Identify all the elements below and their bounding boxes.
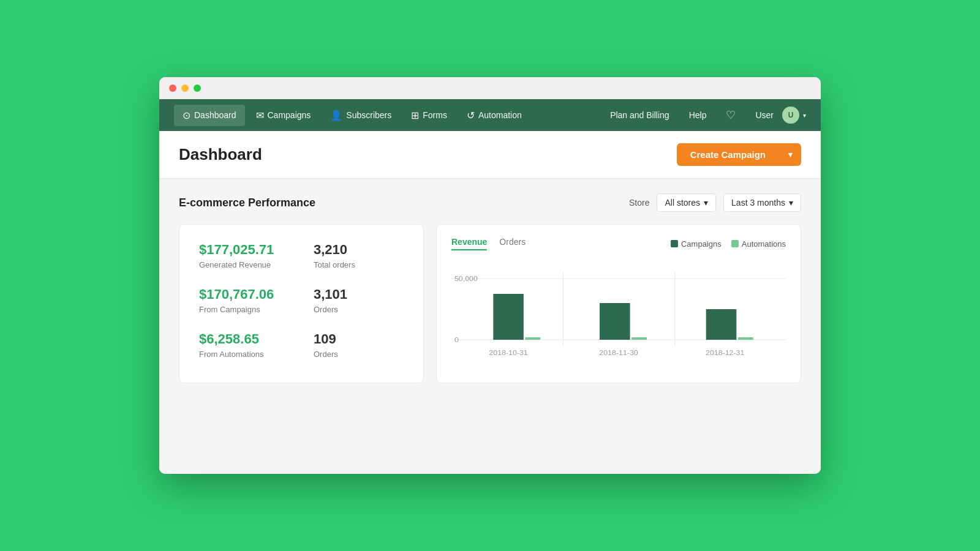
chart-legend: Campaigns Automations: [671, 239, 786, 249]
main-content: Dashboard Create Campaign ▾ E-commerce P…: [159, 131, 821, 474]
campaign-orders-label: Orders: [314, 305, 404, 314]
bar-nov-campaigns: [600, 303, 630, 340]
minimize-dot[interactable]: [181, 84, 189, 92]
stat-generated-revenue: $177,025.71 Generated Revenue: [199, 242, 289, 269]
date-chevron-icon: ▾: [789, 198, 793, 208]
bar-nov-automations: [631, 337, 647, 340]
heart-icon[interactable]: ♡: [721, 106, 741, 124]
nav-item-subscribers[interactable]: 👤 Subscribers: [322, 105, 400, 126]
stats-grid: $177,025.71 Generated Revenue 3,210 Tota…: [199, 242, 404, 359]
help-link[interactable]: Help: [684, 108, 712, 122]
page-header: Dashboard Create Campaign ▾: [159, 131, 821, 179]
generated-revenue-value: $177,025.71: [199, 242, 289, 258]
stat-automation-orders: 109 Orders: [314, 331, 404, 359]
page-title: Dashboard: [179, 145, 262, 164]
store-chevron-icon: ▾: [704, 198, 708, 208]
cards-row: $177,025.71 Generated Revenue 3,210 Tota…: [179, 224, 801, 383]
nav-item-forms[interactable]: ⊞ Forms: [402, 105, 456, 126]
svg-text:2018-11-30: 2018-11-30: [599, 350, 638, 356]
browser-chrome: [159, 77, 821, 99]
store-label: Store: [629, 198, 649, 208]
subscribers-icon: 👤: [330, 110, 342, 121]
automation-orders-label: Orders: [314, 350, 404, 359]
date-dropdown[interactable]: Last 3 months ▾: [723, 193, 801, 212]
create-campaign-button[interactable]: Create Campaign ▾: [677, 143, 801, 166]
campaigns-legend-label: Campaigns: [681, 239, 722, 249]
section-title: E-commerce Performance: [179, 197, 315, 209]
chart-card: Revenue Orders Campaigns Automations: [436, 224, 801, 383]
bar-oct-campaigns: [493, 294, 524, 340]
bar-dec-automations: [738, 337, 753, 340]
chart-svg: 50,000 0: [451, 260, 786, 370]
nav-left: ⊙ Dashboard ✉ Campaigns 👤 Subscribers ⊞ …: [174, 105, 605, 126]
stat-from-automations: $6,258.65 From Automations: [199, 331, 289, 359]
ecommerce-section: E-commerce Performance Store All stores …: [179, 193, 801, 383]
create-campaign-dropdown-arrow[interactable]: ▾: [780, 144, 801, 165]
tab-orders[interactable]: Orders: [499, 237, 526, 250]
plan-billing-link[interactable]: Plan and Billing: [605, 108, 674, 122]
tab-revenue[interactable]: Revenue: [451, 237, 487, 250]
nav-item-automation[interactable]: ↺ Automation: [458, 105, 530, 126]
svg-text:50,000: 50,000: [454, 276, 478, 282]
user-label: User: [750, 108, 778, 122]
navbar: ⊙ Dashboard ✉ Campaigns 👤 Subscribers ⊞ …: [159, 99, 821, 131]
nav-label-subscribers: Subscribers: [346, 110, 391, 120]
nav-label-forms: Forms: [423, 110, 447, 120]
section-controls: Store All stores ▾ Last 3 months ▾: [629, 193, 801, 212]
campaigns-legend-dot: [671, 240, 678, 247]
store-dropdown[interactable]: All stores ▾: [657, 193, 716, 212]
automations-legend-dot: [731, 240, 739, 247]
legend-automations: Automations: [731, 239, 786, 249]
generated-revenue-label: Generated Revenue: [199, 260, 289, 269]
svg-text:2018-12-31: 2018-12-31: [706, 350, 744, 356]
automation-icon: ↺: [467, 110, 475, 121]
automation-orders-value: 109: [314, 331, 404, 347]
stat-total-orders: 3,210 Total orders: [314, 242, 404, 269]
campaign-orders-value: 3,101: [314, 287, 404, 302]
chart-header: Revenue Orders Campaigns Automations: [451, 237, 786, 250]
bar-oct-automations: [525, 337, 540, 340]
nav-right: Plan and Billing Help ♡ User U ▾: [605, 106, 806, 124]
svg-text:2018-10-31: 2018-10-31: [489, 350, 527, 356]
browser-window: ⊙ Dashboard ✉ Campaigns 👤 Subscribers ⊞ …: [159, 77, 821, 474]
stats-card: $177,025.71 Generated Revenue 3,210 Tota…: [179, 224, 424, 383]
bar-dec-campaigns: [706, 309, 737, 340]
user-section[interactable]: User U ▾: [750, 107, 806, 124]
create-campaign-label: Create Campaign: [677, 143, 779, 166]
avatar: U: [782, 107, 799, 124]
total-orders-label: Total orders: [314, 260, 404, 269]
nav-item-campaigns[interactable]: ✉ Campaigns: [247, 105, 320, 126]
date-dropdown-label: Last 3 months: [731, 198, 785, 208]
from-automations-value: $6,258.65: [199, 331, 289, 347]
close-dot[interactable]: [169, 84, 176, 92]
total-orders-value: 3,210: [314, 242, 404, 258]
chart-tabs: Revenue Orders: [451, 237, 526, 250]
chevron-down-icon: ▾: [803, 112, 806, 119]
legend-campaigns: Campaigns: [671, 239, 722, 249]
nav-label-automation: Automation: [478, 110, 522, 120]
nav-item-dashboard[interactable]: ⊙ Dashboard: [174, 105, 245, 126]
chart-area: 50,000 0: [451, 260, 786, 370]
stat-from-campaigns: $170,767.06 From Campaigns: [199, 287, 289, 314]
nav-label-dashboard: Dashboard: [194, 110, 236, 120]
fullscreen-dot[interactable]: [194, 84, 201, 92]
automations-legend-label: Automations: [742, 239, 786, 249]
stat-campaign-orders: 3,101 Orders: [314, 287, 404, 314]
nav-label-campaigns: Campaigns: [268, 110, 311, 120]
store-dropdown-label: All stores: [665, 198, 700, 208]
dashboard-icon: ⊙: [183, 110, 190, 121]
from-campaigns-label: From Campaigns: [199, 305, 289, 314]
forms-icon: ⊞: [411, 110, 419, 121]
campaigns-icon: ✉: [256, 110, 264, 121]
svg-text:0: 0: [454, 337, 459, 343]
section-header: E-commerce Performance Store All stores …: [179, 193, 801, 212]
from-automations-label: From Automations: [199, 350, 289, 359]
from-campaigns-value: $170,767.06: [199, 287, 289, 302]
